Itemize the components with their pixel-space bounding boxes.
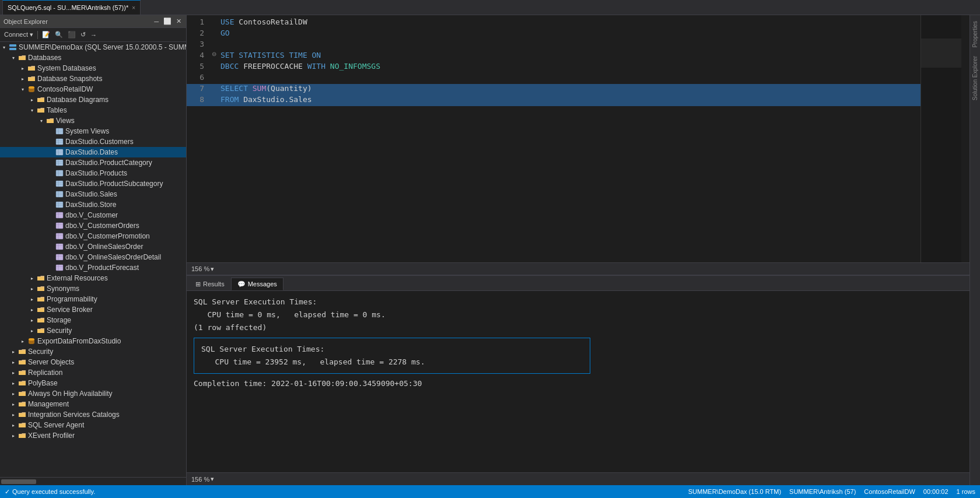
tree-node-37[interactable]: ▸XEvent Profiler [0, 430, 186, 441]
line-collapse-4[interactable]: ⊖ [210, 51, 218, 57]
tree-expander-15[interactable] [47, 201, 55, 209]
tree-expander-32[interactable]: ▸ [9, 379, 18, 387]
tree-node-27[interactable]: ▸Security [0, 325, 186, 336]
undock-icon[interactable]: ⬜ [162, 17, 173, 26]
tree-expander-2[interactable]: ▸ [19, 64, 27, 72]
tree-expander-23[interactable]: ▸ [28, 285, 36, 293]
tree-node-19[interactable]: dbo.V_OnlineSalesOrder [0, 241, 186, 252]
tree-expander-35[interactable]: ▸ [9, 411, 18, 419]
tree-expander-33[interactable]: ▸ [9, 390, 18, 398]
connect-button[interactable]: Connect ▾ [2, 30, 35, 39]
tree-expander-3[interactable]: ▸ [19, 75, 27, 83]
tree-node-35[interactable]: ▸Integration Services Catalogs [0, 409, 186, 420]
tree-expander-8[interactable] [47, 127, 55, 135]
tree-expander-18[interactable] [47, 232, 55, 240]
tree-expander-9[interactable] [47, 138, 55, 146]
tree-node-26[interactable]: ▸Storage [0, 315, 186, 325]
tree-node-18[interactable]: dbo.V_CustomerPromotion [0, 231, 186, 241]
code-editor[interactable]: 1USE ContosoRetailDW2GO34⊖SET STATISTICS… [187, 15, 921, 262]
object-explorer-tree[interactable]: ▾SUMMER\DemoDax (SQL Server 15.0.2000.5 … [0, 42, 186, 477]
line-content-4[interactable]: SET STATISTICS TIME ON [218, 51, 921, 59]
tree-expander-37[interactable]: ▸ [9, 432, 18, 440]
tree-expander-29[interactable]: ▸ [9, 348, 18, 356]
tree-node-17[interactable]: dbo.V_CustomerOrders [0, 220, 186, 231]
results-tab-results[interactable]: ⊞Results [189, 278, 231, 290]
tree-node-0[interactable]: ▾SUMMER\DemoDax (SQL Server 15.0.2000.5 … [0, 42, 186, 52]
tree-expander-34[interactable]: ▸ [9, 400, 18, 408]
tree-node-14[interactable]: DaxStudio.Sales [0, 189, 186, 199]
tree-node-5[interactable]: ▸Database Diagrams [0, 94, 186, 105]
tree-node-31[interactable]: ▸Replication [0, 367, 186, 378]
stop-icon[interactable]: ⬛ [66, 30, 78, 39]
tree-expander-24[interactable]: ▸ [28, 295, 36, 303]
tree-node-4[interactable]: ▾ContosoRetailDW [0, 84, 186, 94]
tree-expander-11[interactable] [47, 159, 55, 167]
tree-node-20[interactable]: dbo.V_OnlineSalesOrderDetail [0, 252, 186, 262]
tree-expander-14[interactable] [47, 190, 55, 198]
tree-expander-17[interactable] [47, 222, 55, 230]
close-panel-icon[interactable]: ✕ [175, 17, 183, 26]
tree-expander-31[interactable]: ▸ [9, 369, 18, 377]
tree-node-29[interactable]: ▸Security [0, 346, 186, 357]
pin-icon[interactable]: ─ [153, 17, 160, 26]
line-content-8[interactable]: FROM DaxStudio.Sales [218, 95, 921, 104]
editor-vertical-scrollbar[interactable] [961, 15, 970, 262]
tree-node-9[interactable]: DaxStudio.Customers [0, 136, 186, 147]
tree-node-22[interactable]: ▸External Resources [0, 273, 186, 283]
tree-node-11[interactable]: DaxStudio.ProductCategory [0, 157, 186, 168]
forward-icon[interactable]: → [89, 31, 99, 39]
tree-node-10[interactable]: DaxStudio.Dates [0, 147, 186, 157]
tree-node-7[interactable]: ▾Views [0, 115, 186, 126]
tree-expander-0[interactable]: ▾ [0, 43, 8, 51]
tree-node-32[interactable]: ▸PolyBase [0, 378, 186, 388]
filter-icon[interactable]: 🔍 [53, 30, 65, 39]
tree-expander-4[interactable]: ▾ [19, 85, 27, 93]
tree-node-34[interactable]: ▸Management [0, 399, 186, 409]
tree-node-2[interactable]: ▸System Databases [0, 63, 186, 73]
tree-expander-26[interactable]: ▸ [28, 316, 36, 324]
tree-expander-7[interactable]: ▾ [37, 117, 46, 125]
tree-node-33[interactable]: ▸Always On High Availability [0, 388, 186, 399]
refresh-icon[interactable]: ↺ [79, 30, 88, 39]
properties-panel-tab[interactable]: Properties [971, 17, 979, 51]
tree-node-16[interactable]: dbo.V_Customer [0, 210, 186, 220]
tree-node-13[interactable]: DaxStudio.ProductSubcategory [0, 178, 186, 189]
tree-node-30[interactable]: ▸Server Objects [0, 357, 186, 367]
explorer-horizontal-scrollbar[interactable] [0, 477, 186, 485]
results-zoom-dropdown[interactable]: 156 % ▾ [191, 475, 214, 483]
active-tab[interactable]: SQLQuery5.sql - SU...MER\Antriksh (57))*… [2, 0, 141, 15]
tree-expander-25[interactable]: ▸ [28, 306, 36, 314]
line-content-2[interactable]: GO [218, 29, 921, 37]
tree-node-23[interactable]: ▸Synonyms [0, 283, 186, 294]
tree-expander-16[interactable] [47, 211, 55, 219]
line-content-5[interactable]: DBCC FREEPROCCACHE WITH NO_INFOMSGS [218, 62, 921, 71]
line-content-7[interactable]: SELECT SUM(Quantity) [218, 84, 921, 93]
tree-node-36[interactable]: ▸SQL Server Agent [0, 420, 186, 430]
tree-expander-27[interactable]: ▸ [28, 327, 36, 335]
tree-node-15[interactable]: DaxStudio.Store [0, 199, 186, 210]
tree-node-21[interactable]: dbo.V_ProductForecast [0, 262, 186, 273]
tree-expander-22[interactable]: ▸ [28, 274, 36, 282]
tree-expander-13[interactable] [47, 180, 55, 188]
tree-node-3[interactable]: ▸Database Snapshots [0, 73, 186, 84]
tree-expander-1[interactable]: ▾ [9, 54, 18, 62]
tab-close-button[interactable]: × [132, 5, 135, 11]
tree-node-25[interactable]: ▸Service Broker [0, 304, 186, 315]
tree-expander-12[interactable] [47, 169, 55, 177]
tree-expander-28[interactable]: ▸ [19, 337, 27, 345]
line-content-1[interactable]: USE ContosoRetailDW [218, 17, 921, 26]
tree-node-12[interactable]: DaxStudio.Products [0, 168, 186, 178]
tree-node-6[interactable]: ▾Tables [0, 105, 186, 115]
zoom-dropdown[interactable]: 156 % ▾ [191, 265, 214, 273]
tree-expander-5[interactable]: ▸ [28, 96, 36, 104]
tree-expander-20[interactable] [47, 253, 55, 261]
tree-expander-30[interactable]: ▸ [9, 358, 18, 366]
results-tab-messages[interactable]: 💬Messages [231, 278, 284, 290]
tree-expander-19[interactable] [47, 243, 55, 251]
tree-node-1[interactable]: ▾Databases [0, 52, 186, 63]
solution-explorer-panel-tab[interactable]: Solution Explorer [971, 52, 979, 104]
tree-node-28[interactable]: ▸ExportDataFromDaxStudio [0, 336, 186, 346]
tree-expander-21[interactable] [47, 264, 55, 272]
tree-expander-36[interactable]: ▸ [9, 421, 18, 429]
results-content[interactable]: SQL Server Execution Times: CPU time = 0… [187, 291, 970, 472]
